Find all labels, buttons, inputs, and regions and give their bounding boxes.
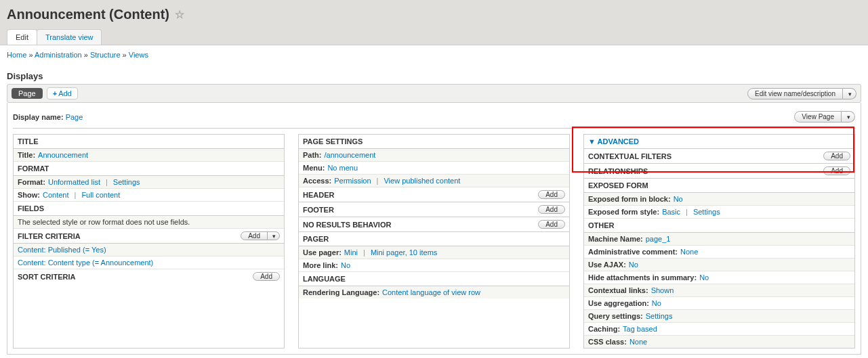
css-value[interactable]: None	[629, 338, 647, 346]
edit-view-name-dropdown[interactable]	[843, 88, 856, 99]
exposed-block-label: Exposed form in block:	[588, 195, 671, 203]
page-title: Announcement (Content) ☆	[7, 7, 861, 22]
format-label: Format:	[18, 178, 45, 186]
add-relationship-button[interactable]: Add	[823, 166, 850, 175]
format-header: FORMAT	[14, 162, 284, 176]
language-header: LANGUAGE	[299, 272, 569, 286]
aggregation-label: Use aggregation:	[588, 299, 649, 307]
title-header: TITLE	[14, 135, 284, 149]
displays-bar: Page +Add Edit view name/description	[7, 84, 861, 103]
show-row: Show: Content | Full content	[14, 189, 284, 202]
caching-label: Caching:	[588, 325, 620, 333]
add-display-button[interactable]: +Add	[47, 87, 78, 99]
query-value[interactable]: Settings	[646, 312, 673, 320]
edit-view-name-button[interactable]: Edit view name/description	[747, 88, 856, 99]
add-filter-button[interactable]: Add	[241, 231, 268, 240]
footer-actions: Save Cancel	[0, 355, 868, 358]
ajax-row: Use AJAX: No	[584, 259, 854, 271]
other-header: OTHER	[584, 219, 854, 233]
tab-edit[interactable]: Edit	[7, 29, 37, 45]
breadcrumb-admin[interactable]: Administration	[35, 51, 82, 59]
show-full-content[interactable]: Full content	[81, 191, 120, 199]
footer-header-text: FOOTER	[303, 206, 334, 214]
exposed-block-row: Exposed form in block: No	[584, 193, 854, 206]
hide-value[interactable]: No	[699, 273, 709, 282]
format-settings[interactable]: Settings	[113, 178, 140, 186]
add-filter-dropdown[interactable]	[268, 231, 280, 240]
access-row: Access: Permission | View published cont…	[299, 175, 569, 187]
edit-view-name-label[interactable]: Edit view name/description	[747, 88, 843, 99]
title-value[interactable]: Announcement	[38, 151, 88, 159]
sort-header: SORT CRITERIA Add	[14, 269, 284, 284]
access-label: Access:	[303, 177, 331, 185]
pager-detail[interactable]: Mini pager, 10 items	[371, 248, 437, 256]
advanced-toggle[interactable]: ▼ ADVANCED	[588, 137, 639, 146]
filter-header-text: FILTER CRITERIA	[18, 232, 81, 240]
filter-header: FILTER CRITERIA Add	[14, 229, 284, 244]
advanced-header: ▼ ADVANCED	[584, 135, 854, 149]
display-tab-page[interactable]: Page	[12, 88, 43, 99]
tab-translate[interactable]: Translate view	[37, 29, 102, 45]
column-advanced: ▼ ADVANCED CONTEXTUAL FILTERS Add RELATI…	[583, 134, 855, 349]
query-row: Query settings: Settings	[584, 310, 854, 323]
exposed-style-value[interactable]: Basic	[662, 208, 680, 216]
relationships-header: RELATIONSHIPS Add	[584, 164, 854, 179]
display-name-value[interactable]: Page	[66, 113, 83, 121]
show-value[interactable]: Content	[43, 191, 69, 199]
contextual-links-value[interactable]: Shown	[651, 286, 674, 294]
view-page-label[interactable]: View Page	[794, 111, 842, 122]
add-header-button[interactable]: Add	[538, 190, 565, 199]
breadcrumb: Home » Administration » Structure » View…	[0, 45, 868, 64]
filter-content-type[interactable]: Content: Content type (= Announcement)	[18, 259, 153, 267]
machine-value[interactable]: page_1	[646, 235, 671, 243]
add-sort-button[interactable]: Add	[253, 272, 280, 281]
display-panel: Display name: Page View Page TITLE Title…	[7, 103, 861, 355]
access-detail[interactable]: View published content	[384, 177, 460, 185]
exposed-block-value[interactable]: No	[674, 195, 683, 203]
fields-header: FIELDS	[14, 202, 284, 216]
menu-label: Menu:	[303, 164, 325, 172]
star-icon[interactable]: ☆	[175, 8, 184, 21]
path-value[interactable]: /announcement	[325, 151, 376, 159]
admin-comment-value[interactable]: None	[680, 248, 698, 256]
fields-note: The selected style or row format does no…	[14, 216, 284, 229]
exposed-style-settings[interactable]: Settings	[693, 208, 720, 216]
relationships-header-text: RELATIONSHIPS	[588, 167, 648, 175]
footer-header: FOOTER Add	[299, 202, 569, 217]
caching-row: Caching: Tag based	[584, 323, 854, 336]
filter-published[interactable]: Content: Published (= Yes)	[18, 246, 106, 254]
menu-value[interactable]: No menu	[327, 164, 358, 172]
noresults-header-text: NO RESULTS BEHAVIOR	[303, 221, 391, 229]
path-row: Path: /announcement	[299, 149, 569, 162]
noresults-header: NO RESULTS BEHAVIOR Add	[299, 217, 569, 232]
displays-heading: Displays	[7, 71, 861, 81]
view-page-button[interactable]: View Page	[794, 111, 855, 122]
primary-tabs: Edit Translate view	[7, 29, 861, 45]
column-first: TITLE Title: Announcement FORMAT Format:…	[13, 134, 285, 349]
aggregation-value[interactable]: No	[652, 299, 661, 307]
title-label: Title:	[18, 151, 35, 159]
use-pager-value[interactable]: Mini	[344, 248, 358, 256]
breadcrumb-views[interactable]: Views	[129, 51, 148, 59]
sort-header-text: SORT CRITERIA	[18, 273, 76, 281]
pager-header: PAGER	[299, 232, 569, 246]
hide-row: Hide attachments in summary: No	[584, 271, 854, 284]
access-value[interactable]: Permission	[334, 177, 371, 185]
breadcrumb-structure[interactable]: Structure	[90, 51, 121, 59]
display-name-label: Display name:	[13, 113, 64, 121]
add-footer-button[interactable]: Add	[538, 205, 565, 214]
add-contextual-button[interactable]: Add	[823, 152, 850, 160]
format-row: Format: Unformatted list | Settings	[14, 176, 284, 189]
ajax-value[interactable]: No	[629, 261, 638, 269]
add-noresults-button[interactable]: Add	[538, 220, 565, 229]
exposed-header: EXPOSED FORM	[584, 179, 854, 193]
rendering-value[interactable]: Content language of view row	[382, 288, 480, 296]
plus-icon: +	[53, 89, 57, 97]
rendering-row: Rendering Language: Content language of …	[299, 286, 569, 298]
view-page-dropdown[interactable]	[842, 111, 855, 122]
format-value[interactable]: Unformatted list	[48, 178, 100, 186]
caching-value[interactable]: Tag based	[623, 325, 657, 333]
breadcrumb-home[interactable]: Home	[7, 51, 26, 59]
css-row: CSS class: None	[584, 336, 854, 348]
more-link-value[interactable]: No	[341, 261, 350, 269]
